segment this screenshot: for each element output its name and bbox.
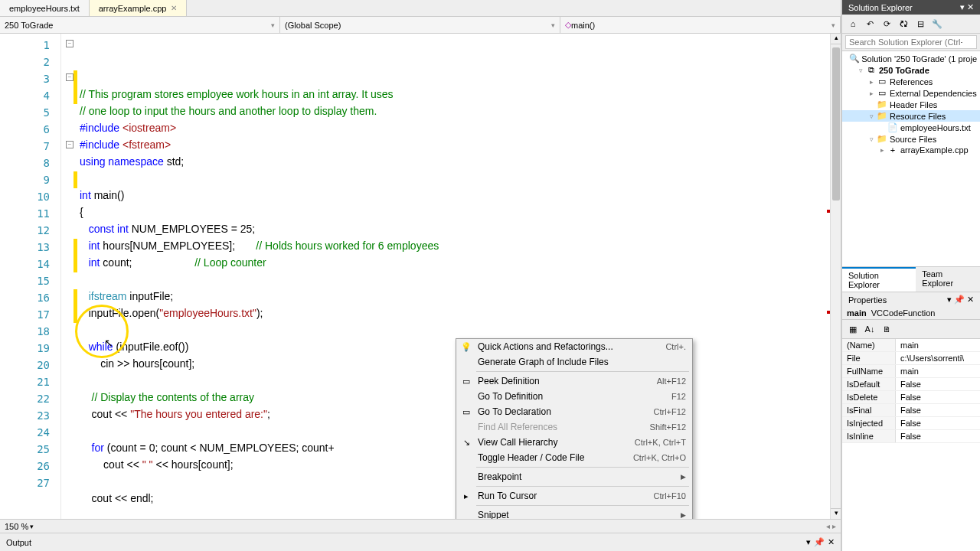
property-row[interactable]: IsInjectedFalse bbox=[842, 417, 980, 430]
panel-dropdown-icon[interactable]: ▾ bbox=[806, 537, 811, 547]
refresh-icon[interactable]: 🗘 bbox=[896, 16, 911, 31]
file-tab[interactable]: employeeHours.txt bbox=[0, 0, 90, 16]
line-number: 1 bbox=[0, 37, 60, 54]
code-line[interactable]: inputFile.open("employeeHours.txt"); bbox=[80, 305, 841, 321]
categorize-icon[interactable]: ▦ bbox=[845, 321, 861, 337]
line-number: 15 bbox=[0, 272, 60, 289]
error-marker[interactable] bbox=[827, 210, 830, 213]
menu-item[interactable]: Go To DefinitionF12 bbox=[456, 389, 692, 404]
solution-search-input[interactable] bbox=[845, 35, 977, 49]
menu-item[interactable]: ▭Peek DefinitionAlt+F12 bbox=[456, 373, 692, 389]
line-number: 7 bbox=[0, 138, 60, 155]
menu-item[interactable]: Toggle Header / Code FileCtrl+K, Ctrl+O bbox=[456, 450, 692, 465]
tab-solution-explorer[interactable]: Solution Explorer bbox=[842, 267, 916, 292]
code-line[interactable]: ifstream inputFile; bbox=[80, 288, 841, 305]
line-number: 25 bbox=[0, 441, 60, 458]
property-row[interactable]: IsFinalFalse bbox=[842, 404, 980, 417]
property-row[interactable]: IsInlineFalse bbox=[842, 430, 980, 443]
explorer-tabs: Solution Explorer Team Explorer bbox=[842, 266, 980, 292]
menu-item[interactable]: Generate Graph of Include Files bbox=[456, 354, 692, 370]
tree-item[interactable]: ▿⧉250 ToGrade bbox=[842, 64, 980, 76]
panel-menu-icon[interactable]: ▾ 📌 ✕ bbox=[947, 295, 974, 305]
property-row[interactable]: FullNamemain bbox=[842, 365, 980, 378]
property-row[interactable]: Filec:\Users\sorrenti\ bbox=[842, 352, 980, 365]
menu-item[interactable]: ↘View Call HierarchyCtrl+K, Ctrl+T bbox=[456, 435, 692, 450]
code-line[interactable] bbox=[80, 321, 841, 338]
menu-item[interactable]: ▭Go To DeclarationCtrl+F12 bbox=[456, 404, 692, 419]
editor-status-bar: 150 % ▾ ◂ ▸ bbox=[0, 519, 841, 533]
tree-item[interactable]: ▿📁Resource Files bbox=[842, 110, 980, 122]
line-number: 2 bbox=[0, 54, 60, 70]
tree-item[interactable]: 🔍Solution '250 ToGrade' (1 proje bbox=[842, 53, 980, 64]
code-line[interactable]: #include <iostream> bbox=[80, 119, 841, 136]
property-row[interactable]: (Name)main bbox=[842, 339, 980, 352]
property-row[interactable]: IsDeleteFalse bbox=[842, 391, 980, 404]
tree-item[interactable]: ▸▭External Dependencies bbox=[842, 87, 980, 99]
panel-menu-icon[interactable]: ▾ ✕ bbox=[960, 2, 974, 12]
close-icon[interactable]: ✕ bbox=[171, 4, 177, 12]
line-number: 23 bbox=[0, 407, 60, 424]
code-line[interactable]: // one loop to input the hours and anoth… bbox=[80, 103, 841, 119]
line-number: 11 bbox=[0, 205, 60, 222]
sort-icon[interactable]: A↓ bbox=[862, 321, 877, 337]
solution-toolbar: ⌂ ↶ ⟳ 🗘 ⊟ 🔧 bbox=[842, 15, 980, 34]
properties-object-type: VCCodeFunction bbox=[871, 308, 936, 318]
home-icon[interactable]: ⌂ bbox=[845, 16, 861, 31]
prop-pages-icon[interactable]: 🗎 bbox=[879, 321, 894, 337]
code-line[interactable]: const int NUM_EMPLOYEES = 25; bbox=[80, 220, 841, 237]
properties-icon[interactable]: 🔧 bbox=[929, 16, 945, 31]
code-line[interactable] bbox=[80, 170, 841, 187]
menu-item[interactable]: Snippet▶ bbox=[456, 507, 692, 519]
tab-team-explorer[interactable]: Team Explorer bbox=[916, 267, 980, 292]
collapse-icon[interactable]: ⊟ bbox=[913, 16, 928, 31]
vertical-scrollbar[interactable]: ▴ ▾ bbox=[830, 34, 841, 519]
line-number: 16 bbox=[0, 289, 60, 306]
line-number: 14 bbox=[0, 256, 60, 272]
code-line[interactable]: // This program stores employee work hou… bbox=[80, 86, 841, 103]
code-line[interactable]: { bbox=[80, 204, 841, 220]
file-tab[interactable]: arrayExample.cpp✕ bbox=[90, 0, 188, 16]
function-dropdown[interactable]: ◇ main() bbox=[560, 17, 841, 33]
panel-close-icon[interactable]: ✕ bbox=[828, 537, 835, 547]
output-panel: Output ▾ 📌 ✕ bbox=[0, 533, 841, 551]
project-dropdown[interactable]: 250 ToGrade bbox=[0, 17, 280, 33]
line-number: 10 bbox=[0, 188, 60, 205]
properties-object-name: main bbox=[847, 308, 867, 318]
menu-item[interactable]: Breakpoint▶ bbox=[456, 469, 692, 484]
line-number: 22 bbox=[0, 390, 60, 407]
line-number: 24 bbox=[0, 424, 60, 441]
code-line[interactable]: int count; // Loop counter bbox=[80, 254, 841, 271]
code-line[interactable]: using namespace std; bbox=[80, 153, 841, 170]
line-number: 8 bbox=[0, 155, 60, 171]
menu-icon: ▸ bbox=[461, 491, 472, 501]
output-panel-title: Output bbox=[6, 538, 31, 547]
property-row[interactable]: IsDefaultFalse bbox=[842, 378, 980, 391]
tree-item[interactable]: 📁Header Files bbox=[842, 99, 980, 110]
code-line[interactable] bbox=[80, 271, 841, 288]
tree-item[interactable]: ▸▭References bbox=[842, 76, 980, 87]
properties-grid: (Name)mainFilec:\Users\sorrenti\FullName… bbox=[842, 339, 980, 551]
menu-item[interactable]: ▸Run To CursorCtrl+F10 bbox=[456, 488, 692, 504]
sync-icon[interactable]: ⟳ bbox=[879, 16, 894, 31]
menu-icon: ▭ bbox=[461, 406, 472, 417]
line-number: 9 bbox=[0, 171, 60, 188]
line-number: 19 bbox=[0, 340, 60, 357]
solution-tree: 🔍Solution '250 ToGrade' (1 proje▿⧉250 To… bbox=[842, 51, 980, 266]
code-editor[interactable]: 1234567891011121314151617181920212223242… bbox=[0, 34, 841, 519]
menu-item[interactable]: 💡Quick Actions and Refactorings...Ctrl+. bbox=[456, 339, 692, 354]
line-number: 21 bbox=[0, 373, 60, 390]
code-line[interactable]: int hours[NUM_EMPLOYEES]; // Holds hours… bbox=[80, 237, 841, 254]
scope-dropdown[interactable]: (Global Scope) bbox=[280, 17, 560, 33]
error-marker[interactable] bbox=[827, 311, 830, 314]
back-icon[interactable]: ↶ bbox=[862, 16, 877, 31]
zoom-level[interactable]: 150 % bbox=[5, 522, 28, 531]
solution-explorer-title: Solution Explorer ▾ ✕ bbox=[842, 0, 980, 15]
line-number: 13 bbox=[0, 239, 60, 256]
tree-item[interactable]: ▸+arrayExample.cpp bbox=[842, 145, 980, 155]
code-line[interactable]: #include <fstream> bbox=[80, 136, 841, 153]
line-number: 12 bbox=[0, 222, 60, 239]
code-line[interactable]: int main() bbox=[80, 187, 841, 204]
tree-item[interactable]: ▿📁Source Files bbox=[842, 133, 980, 145]
panel-pin-icon[interactable]: 📌 bbox=[814, 537, 825, 547]
tree-item[interactable]: 📄employeeHours.txt bbox=[842, 122, 980, 133]
